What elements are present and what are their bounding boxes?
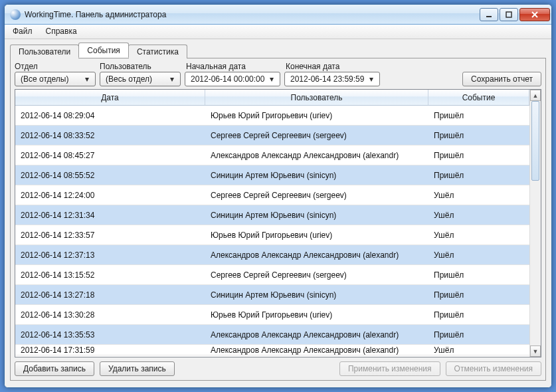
bottom-actions: Добавить запись Удалить запись Применить… [15,361,541,376]
table-row[interactable]: 2012-06-14 17:31:59Александров Александр… [15,345,529,355]
table-row[interactable]: 2012-06-14 08:33:52Сергеев Сергей Сергее… [15,126,529,146]
label-department: Отдел [15,62,100,71]
column-header-user[interactable]: Пользователь [205,90,428,105]
close-button[interactable] [519,8,550,21]
column-header-date[interactable]: Дата [15,90,205,105]
chevron-down-icon: ▾ [366,74,377,84]
cancel-changes-button[interactable]: Отменить изменения [446,361,541,376]
chevron-down-icon: ▾ [82,74,92,84]
end-date-picker[interactable]: 2012-06-14 23:59:59 ▾ [284,72,380,86]
tabpage-events: Отдел Пользователь Начальная дата Конечн… [10,58,546,381]
window-controls [480,8,550,21]
cell-user: Александров Александр Александрович (ale… [205,250,428,260]
table-row[interactable]: 2012-06-14 08:45:27Александров Александр… [15,146,529,165]
cell-user: Сергеев Сергей Сергеевич (sergeev) [205,191,428,200]
cell-user: Сергеев Сергей Сергеевич (sergeev) [205,270,428,280]
table-row[interactable]: 2012-06-14 12:37:13Александров Александр… [15,245,529,265]
tab-events[interactable]: События [78,43,129,58]
cell-event: Ушёл [428,231,529,240]
chevron-down-icon: ▾ [266,74,277,84]
start-date-value: 2012-06-14 00:00:00 [191,74,264,84]
cell-date: 2012-06-14 08:29:04 [15,111,205,120]
cell-user: Синицин Артем Юрьевич (sinicyn) [205,211,428,220]
maximize-button[interactable] [500,8,518,21]
cell-date: 2012-06-14 08:45:27 [15,151,205,160]
table-row[interactable]: 2012-06-14 12:31:34Синицин Артем Юрьевич… [15,205,529,225]
menu-help[interactable]: Справка [39,25,84,39]
cell-date: 2012-06-14 12:24:00 [15,191,205,200]
department-combo[interactable]: (Все отделы) ▾ [15,72,96,86]
cell-date: 2012-06-14 13:27:18 [15,290,205,300]
scroll-track[interactable] [530,101,541,345]
tabs: Пользователи События Статистика [10,43,546,58]
grid-body[interactable]: 2012-06-14 08:29:04Юрьев Юрий Григорьеви… [15,106,529,357]
table-row[interactable]: 2012-06-14 08:29:04Юрьев Юрий Григорьеви… [15,106,529,126]
tab-users[interactable]: Пользователи [10,45,79,58]
cell-event: Пришёл [428,310,529,320]
apply-changes-button[interactable]: Применить изменения [339,361,440,376]
user-combo[interactable]: (Весь отдел) ▾ [100,72,181,86]
cell-user: Александров Александр Александрович (ale… [205,151,428,160]
save-report-button[interactable]: Сохранить отчет [462,72,541,86]
table-row[interactable]: 2012-06-14 12:33:57Юрьев Юрий Григорьеви… [15,225,529,245]
table-row[interactable]: 2012-06-14 13:27:18Синицин Артем Юрьевич… [15,285,529,305]
cell-user: Юрьев Юрий Григорьевич (uriev) [205,310,428,320]
main-window: WorkingTime. Панель администратора Файл … [4,4,552,388]
scroll-down-icon[interactable]: ▼ [530,345,541,357]
cell-event: Ушёл [428,191,529,200]
cell-event: Пришёл [428,290,529,300]
vertical-scrollbar[interactable]: ▲ ▼ [529,90,541,357]
table-row[interactable]: 2012-06-14 12:24:00Сергеев Сергей Сергее… [15,185,529,205]
tab-stats[interactable]: Статистика [128,45,187,58]
cell-event: Пришёл [428,151,529,160]
menubar: Файл Справка [5,25,551,39]
cell-event: Ушёл [428,211,529,220]
filter-controls: (Все отделы) ▾ (Весь отдел) ▾ 2012-06-14… [15,72,541,86]
cell-date: 2012-06-14 12:37:13 [15,250,205,260]
add-record-button[interactable]: Добавить запись [15,361,94,376]
cell-user: Юрьев Юрий Григорьевич (uriev) [205,111,428,120]
chevron-down-icon: ▾ [167,74,177,84]
cell-date: 2012-06-14 13:30:28 [15,310,205,320]
cell-user: Синицин Артем Юрьевич (sinicyn) [205,290,428,300]
delete-record-button[interactable]: Удалить запись [100,361,175,376]
cell-event: Пришёл [428,270,529,280]
minimize-button[interactable] [480,8,498,21]
cell-event: Ушёл [428,250,529,260]
table-row[interactable]: 2012-06-14 08:55:52Синицин Артем Юрьевич… [15,165,529,185]
svg-rect-1 [506,12,511,17]
cell-event: Пришёл [428,171,529,180]
label-start-date: Начальная дата [186,62,286,71]
cell-date: 2012-06-14 08:55:52 [15,171,205,180]
events-grid: Дата Пользователь Событие 2012-06-14 08:… [15,89,541,357]
label-end-date: Конечная дата [286,62,541,71]
column-header-event[interactable]: Событие [428,90,529,105]
minimize-icon [486,11,492,18]
end-date-value: 2012-06-14 23:59:59 [290,74,364,84]
cell-event: Пришёл [428,111,529,120]
cell-user: Александров Александр Александрович (ale… [205,345,428,355]
scroll-thumb[interactable] [531,101,539,181]
cell-event: Пришёл [428,131,529,140]
table-row[interactable]: 2012-06-14 13:35:53Александров Александр… [15,325,529,345]
user-value: (Весь отдел) [106,74,152,84]
grid-header: Дата Пользователь Событие [15,90,529,106]
table-row[interactable]: 2012-06-14 13:15:52Сергеев Сергей Сергее… [15,265,529,285]
menu-file[interactable]: Файл [6,25,39,39]
department-value: (Все отделы) [21,74,68,84]
table-row[interactable]: 2012-06-14 13:30:28Юрьев Юрий Григорьеви… [15,305,529,325]
cell-date: 2012-06-14 13:35:53 [15,330,205,340]
cell-date: 2012-06-14 17:31:59 [15,345,205,355]
window-title: WorkingTime. Панель администратора [25,10,480,19]
label-user: Пользователь [100,62,186,71]
cell-date: 2012-06-14 12:33:57 [15,231,205,240]
close-icon [531,11,538,18]
titlebar[interactable]: WorkingTime. Панель администратора [5,5,551,25]
cell-date: 2012-06-14 08:33:52 [15,131,205,140]
cell-user: Синицин Артем Юрьевич (sinicyn) [205,171,428,180]
maximize-icon [506,11,512,18]
cell-user: Юрьев Юрий Григорьевич (uriev) [205,231,428,240]
cell-user: Сергеев Сергей Сергеевич (sergeev) [205,131,428,140]
scroll-up-icon[interactable]: ▲ [530,90,541,101]
start-date-picker[interactable]: 2012-06-14 00:00:00 ▾ [185,72,280,86]
